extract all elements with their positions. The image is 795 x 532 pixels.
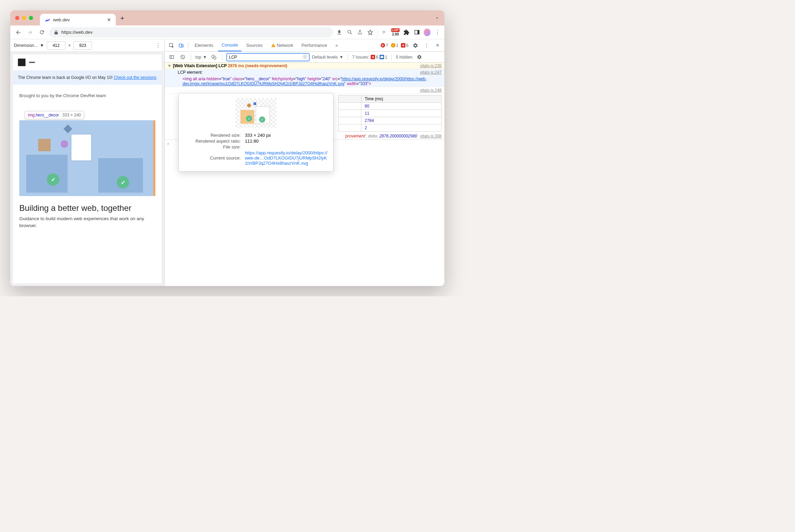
source-link[interactable]: vitals.js:247 <box>420 70 442 75</box>
chrome-menu-button[interactable]: ⋮ <box>434 29 441 36</box>
tabs-menu-button[interactable] <box>435 16 440 20</box>
reload-button[interactable] <box>37 28 46 37</box>
extensions-icon[interactable] <box>403 29 410 36</box>
hero-title: Building a better web, together <box>13 196 162 215</box>
devtools-menu-button[interactable]: ⋮ <box>422 41 431 50</box>
source-link[interactable]: vitals.js:308 <box>420 134 442 139</box>
new-tab-button[interactable]: ＋ <box>119 14 125 22</box>
issues-button[interactable]: 7 Issues: ✕6 💬1 <box>352 55 387 60</box>
rendered-page[interactable]: The Chrome team is back at Google I/O on… <box>13 54 162 283</box>
device-selector[interactable]: Dimension… ▼ <box>14 43 44 48</box>
viewport-height-input[interactable] <box>73 41 92 50</box>
share-icon[interactable] <box>357 29 363 36</box>
install-icon[interactable] <box>336 29 343 36</box>
console-settings-button[interactable] <box>415 53 423 61</box>
inspect-element-button[interactable] <box>167 41 176 50</box>
lcp-badge-label: LCP <box>391 28 400 32</box>
devtools-close-button[interactable]: ✕ <box>433 41 442 50</box>
source-link[interactable]: vitals.js:248 <box>420 88 442 93</box>
source-link[interactable]: vitals.js:235 <box>420 63 442 68</box>
svg-point-0 <box>348 30 351 33</box>
table-row: 2784 <box>339 117 442 124</box>
lcp-time: 2876 ms <box>228 63 244 68</box>
hero-image: ✓ ✓ <box>19 120 155 196</box>
hidden-messages-label[interactable]: 5 hidden <box>396 55 412 60</box>
profile-avatar[interactable] <box>424 29 431 36</box>
page-viewport: The Chrome team is back at Google I/O on… <box>10 52 164 286</box>
prompt-chevron-icon: › <box>167 141 169 146</box>
tab-elements[interactable]: Elements <box>191 39 217 51</box>
console-log-row[interactable]: LCP element: vitals.js:247 <box>165 69 444 76</box>
console-log-row[interactable]: ▼ [Web Vitals Extension] LCP 2876 ms (ne… <box>165 63 444 69</box>
popup-label: Rendered aspect ratio: <box>184 139 244 144</box>
tab-sources[interactable]: Sources <box>243 39 266 51</box>
element-inspect-tooltip: img.hero__decor 333 × 240 <box>25 111 84 119</box>
device-toolbar-menu[interactable]: ⋮ <box>155 42 161 49</box>
svg-text:✓: ✓ <box>248 117 250 121</box>
console-log-row[interactable]: <img alt aria-hidden="true" class="hero_… <box>165 76 444 87</box>
console-output[interactable]: ▼ [Web Vitals Extension] LCP 2876 ms (ne… <box>165 63 444 286</box>
popup-source-link[interactable]: https://app.requestly.io/delay/2000/http… <box>245 150 328 166</box>
side-panel-icon[interactable] <box>413 29 420 36</box>
close-window-button[interactable] <box>15 16 19 20</box>
devrel-caption: Brought to you by the Chrome DevRel team <box>13 85 162 100</box>
live-expression-button[interactable] <box>210 53 218 61</box>
tooltip-dimensions: 333 × 240 <box>62 113 81 117</box>
zoom-icon[interactable] <box>346 29 353 36</box>
hamburger-icon[interactable] <box>29 62 35 63</box>
lcp-element-label: LCP element: <box>167 70 417 75</box>
tab-performance[interactable]: Performance <box>298 39 330 51</box>
popup-value <box>245 144 328 150</box>
expand-icon[interactable]: ▼ <box>167 63 172 68</box>
web-vitals-extension-icon[interactable]: LCP 2.88 <box>391 28 400 36</box>
browser-tab[interactable]: web.dev ✕ <box>40 14 116 25</box>
site-logo[interactable] <box>18 59 25 66</box>
console-sidebar-toggle[interactable] <box>167 53 176 61</box>
console-warning-count[interactable]: !1 <box>391 43 399 48</box>
hero-subtitle: Guidance to build modern web experiences… <box>13 215 162 229</box>
clear-filter-icon[interactable]: ⓧ <box>303 54 307 60</box>
popup-value: 333 × 240 px <box>245 133 328 138</box>
context-selector[interactable]: top ▼ <box>195 55 207 60</box>
popup-label: File size: <box>184 144 244 150</box>
console-filter-input[interactable]: ⓧ <box>227 53 309 61</box>
lcp-breakdown-table: Time (ms) 80 11 2784 2 <box>338 95 442 132</box>
page-header <box>13 54 162 70</box>
console-toolbar: top ▼ ⓧ Default levels ▼ 7 Issues: ✕6 💬1… <box>165 52 444 63</box>
device-mode-button[interactable] <box>177 41 185 50</box>
log-prefix: [Web Vitals Extension] LCP <box>173 63 228 68</box>
device-toolbar: Dimension… ▼ × ⋮ <box>10 39 164 52</box>
minimize-window-button[interactable] <box>22 16 26 20</box>
viewport-width-input[interactable] <box>47 41 65 50</box>
flag-icon[interactable] <box>381 29 388 36</box>
image-preview-popup: ✓ ✓ Rendered size:333 × 240 px Rendered … <box>178 93 333 172</box>
maximize-window-button[interactable] <box>29 16 33 20</box>
devtools-settings-button[interactable] <box>411 41 420 50</box>
bookmark-icon[interactable] <box>367 29 374 36</box>
site-favicon <box>45 17 50 22</box>
forward-button[interactable] <box>25 28 34 37</box>
console-error-count[interactable]: ✕7 <box>381 43 388 48</box>
banner-text: The Chrome team is back at Google I/O on… <box>18 75 114 80</box>
log-levels-selector[interactable]: Default levels ▼ <box>312 55 343 60</box>
table-row: 11 <box>339 110 442 117</box>
browser-window: web.dev ✕ ＋ https://web.dev LCP 2.88 <box>10 10 444 286</box>
tab-network[interactable]: Network <box>268 39 297 51</box>
dimension-separator: × <box>68 43 71 48</box>
url-text: https://web.dev <box>61 30 93 35</box>
tab-console[interactable]: Console <box>218 39 241 51</box>
devtools-tabbar: Elements Console Sources Network Perform… <box>165 39 444 52</box>
banner-link[interactable]: Check out the sessions <box>114 75 156 80</box>
tooltip-tagname: img <box>28 113 34 117</box>
clear-console-button[interactable] <box>178 53 187 61</box>
table-row: 80 <box>339 103 442 110</box>
back-button[interactable] <box>14 28 23 37</box>
close-tab-button[interactable]: ✕ <box>107 17 111 22</box>
url-field[interactable]: https://web.dev <box>49 27 333 38</box>
warning-icon <box>271 43 276 48</box>
tab-title: web.dev <box>53 17 70 22</box>
tooltip-class: .hero__decor <box>34 113 59 117</box>
console-blocked-count[interactable]: ✕6 <box>401 43 409 48</box>
tabs-overflow-button[interactable]: » <box>332 39 341 51</box>
svg-rect-16 <box>247 103 251 108</box>
